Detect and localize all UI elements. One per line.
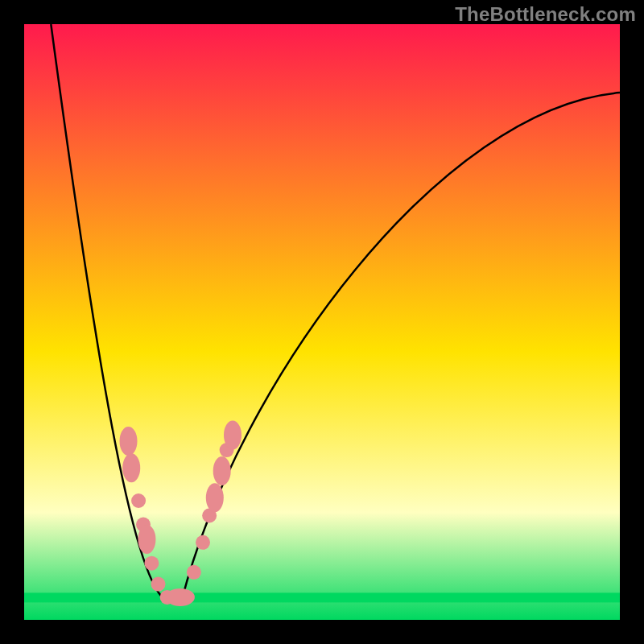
marker-point (166, 588, 195, 606)
marker-point (120, 427, 138, 456)
marker-point (151, 577, 166, 592)
plot-area (24, 24, 620, 620)
bottleneck-chart-svg (24, 24, 620, 620)
marker-point (213, 456, 231, 485)
marker-point (196, 535, 210, 550)
watermark-text: TheBottleneck.com (455, 3, 636, 26)
marker-point (206, 483, 224, 512)
marker-point (187, 565, 201, 580)
chart-frame: TheBottleneck.com (0, 0, 644, 644)
gradient-background (24, 24, 620, 620)
marker-point (144, 556, 159, 571)
marker-point (131, 493, 146, 508)
green-accent-stripe (24, 592, 620, 602)
marker-point (138, 525, 155, 554)
marker-point (224, 421, 242, 450)
marker-point (122, 453, 140, 482)
